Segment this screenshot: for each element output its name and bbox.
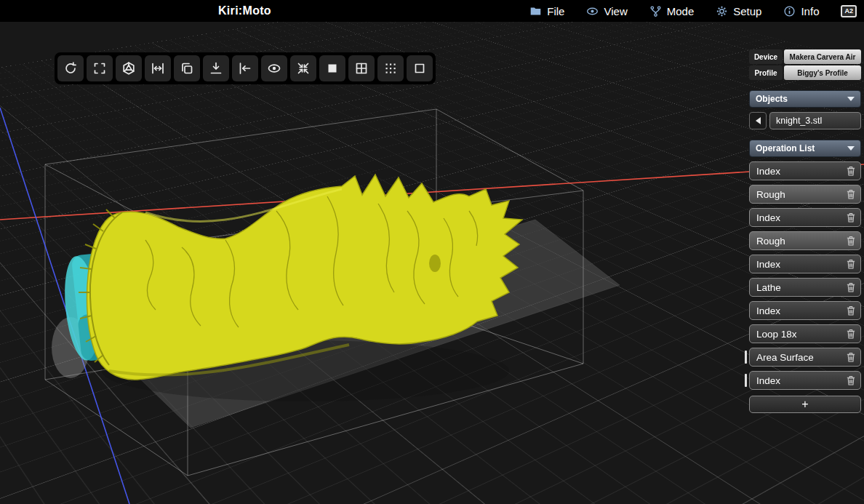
operations-header-label: Operation List <box>756 143 815 153</box>
device-profile-panel: Device Makera Carvera Air Profile Biggy'… <box>749 49 861 80</box>
rotate-icon <box>63 61 78 76</box>
operation-label: Index <box>756 305 780 316</box>
trash-icon <box>847 305 855 316</box>
delete-operation-button[interactable] <box>847 352 855 362</box>
nav-file-label: File <box>547 5 564 17</box>
objects-panel: Objects knight_3.stl <box>749 90 861 129</box>
device-value[interactable]: Makera Carvera Air <box>784 49 861 64</box>
delete-operation-button[interactable] <box>847 189 855 199</box>
object-row: knight_3.stl <box>749 112 861 129</box>
dot-grid-icon <box>383 61 398 76</box>
trash-icon <box>847 236 855 246</box>
square-outline-icon <box>412 61 427 76</box>
grid-view-button[interactable] <box>348 55 375 81</box>
operation-item[interactable]: Index <box>749 301 861 320</box>
delete-operation-button[interactable] <box>847 259 855 269</box>
nav-file[interactable]: File <box>529 5 564 17</box>
chevron-down-icon <box>847 97 855 101</box>
objects-header-label: Objects <box>756 94 788 104</box>
viewport-3d[interactable]: Device Makera Carvera Air Profile Biggy'… <box>0 22 864 504</box>
scale-button[interactable] <box>145 55 171 81</box>
dots-view-button[interactable] <box>377 55 404 81</box>
objects-header[interactable]: Objects <box>749 90 861 108</box>
language-badge[interactable]: A2 <box>841 5 857 17</box>
operation-item[interactable]: Rough <box>749 185 861 204</box>
fullscreen-icon <box>92 61 107 76</box>
delete-operation-button[interactable] <box>847 166 855 176</box>
shrink-icon <box>296 61 311 76</box>
nav-info-label: Info <box>801 5 819 17</box>
operation-item[interactable]: Lathe <box>749 278 861 297</box>
wireframe-view-button[interactable] <box>407 55 433 81</box>
profile-value[interactable]: Biggy's Profile <box>784 65 861 80</box>
folder-icon <box>529 5 542 17</box>
gear-icon <box>716 5 728 17</box>
operation-item[interactable]: Area Surface <box>749 348 861 367</box>
device-label[interactable]: Device <box>749 49 783 64</box>
operation-item[interactable]: Rough <box>749 231 861 250</box>
operation-label: Index <box>756 212 780 223</box>
trash-icon <box>847 352 855 362</box>
nav-mode[interactable]: Mode <box>649 5 695 17</box>
trash-icon <box>847 375 855 385</box>
object-name[interactable]: knight_3.stl <box>769 112 861 129</box>
scene-render <box>0 22 864 504</box>
operation-label: Area Surface <box>756 352 814 363</box>
mesh-button[interactable] <box>116 55 142 81</box>
drop-floor-button[interactable] <box>203 55 229 81</box>
chevron-left-icon <box>756 117 761 124</box>
nav-mode-label: Mode <box>667 5 695 17</box>
object-prev-button[interactable] <box>749 112 767 129</box>
operation-label: Lathe <box>756 282 781 293</box>
delete-operation-button[interactable] <box>847 236 855 246</box>
delete-operation-button[interactable] <box>847 375 855 385</box>
operations-header[interactable]: Operation List <box>749 140 861 157</box>
operation-item[interactable]: Index <box>749 255 861 273</box>
shrink-button[interactable] <box>290 55 316 81</box>
align-left-icon <box>238 61 252 76</box>
visibility-button[interactable] <box>261 55 287 81</box>
duplicate-button[interactable] <box>174 55 200 81</box>
delete-operation-button[interactable] <box>847 329 855 339</box>
operation-item[interactable]: Loop 18x <box>749 324 861 343</box>
nav-info[interactable]: Info <box>783 5 819 17</box>
branch-icon <box>649 5 662 17</box>
delete-operation-button[interactable] <box>847 282 855 292</box>
delete-operation-button[interactable] <box>847 305 855 316</box>
square-filled-icon <box>325 61 340 76</box>
grid-icon <box>354 61 369 76</box>
model-knight[interactable] <box>79 175 522 380</box>
app-title: Kiri:Moto <box>218 0 271 22</box>
trash-icon <box>847 212 855 223</box>
nav-view-label: View <box>604 5 627 17</box>
fullscreen-button[interactable] <box>87 55 113 81</box>
right-panel-column: Device Makera Carvera Air Profile Biggy'… <box>749 49 861 413</box>
solid-view-button[interactable] <box>319 55 345 81</box>
trash-icon <box>847 259 855 269</box>
profile-label[interactable]: Profile <box>749 65 783 80</box>
align-button[interactable] <box>232 55 258 81</box>
chevron-down-icon <box>847 146 855 151</box>
trash-icon <box>847 282 855 292</box>
trash-icon <box>847 166 855 176</box>
operation-item[interactable]: Index <box>749 371 861 390</box>
operation-label: Index <box>756 259 780 270</box>
operation-label: Rough <box>756 236 785 247</box>
nav-setup[interactable]: Setup <box>716 5 761 17</box>
eye-icon <box>586 5 599 17</box>
eye-icon <box>267 61 281 76</box>
duplicate-icon <box>180 61 194 76</box>
rotate-button[interactable] <box>57 55 84 81</box>
nav-setup-label: Setup <box>733 5 761 17</box>
operation-label: Index <box>756 166 780 177</box>
drop-floor-icon <box>209 61 223 76</box>
view-toolbar <box>55 52 436 84</box>
nav-view[interactable]: View <box>586 5 627 17</box>
operation-item[interactable]: Index <box>749 161 861 180</box>
operation-label: Loop 18x <box>756 329 797 340</box>
operation-item[interactable]: Index <box>749 208 861 227</box>
delete-operation-button[interactable] <box>847 212 855 223</box>
add-operation-button[interactable]: + <box>749 396 861 413</box>
operation-label: Rough <box>756 189 785 200</box>
width-icon <box>151 61 165 76</box>
